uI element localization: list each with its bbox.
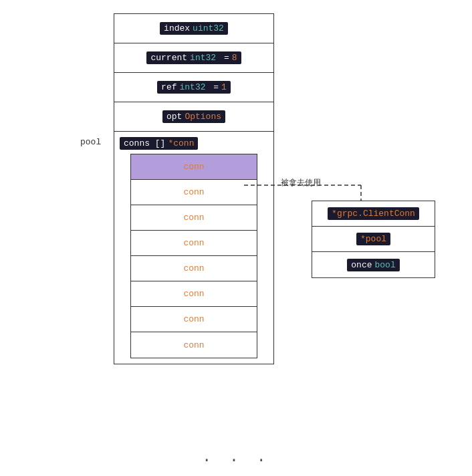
pool-ptr-name: *pool (360, 234, 386, 244)
conn-7: conn (183, 340, 204, 350)
diagram-container: pool index uint32 current int32 = 8 ref … (0, 0, 472, 476)
once-type: bool (375, 260, 396, 270)
conn-4: conn (183, 263, 204, 273)
current-val: 8 (232, 53, 237, 63)
clientconn-name: *grpc.ClientConn (332, 209, 415, 219)
conns-name: conns [] (124, 138, 165, 148)
conns-sub-box: conn conn conn conn conn conn co (130, 154, 257, 358)
conns-type: *conn (168, 138, 194, 148)
conn-2: conn (183, 213, 204, 223)
conn-struct-row-1: *pool (312, 227, 435, 252)
conn-1: conn (183, 187, 204, 197)
field-row-index: index uint32 (114, 14, 273, 43)
current-type: int32 (190, 53, 216, 63)
index-field: index uint32 (160, 22, 228, 35)
conn-struct-box: *grpc.ClientConn *pool once bool (312, 201, 435, 278)
conn-row-highlighted: conn (131, 154, 257, 180)
ref-field: ref int32 = 1 (157, 81, 231, 94)
conn-struct-row-0: *grpc.ClientConn (312, 201, 435, 227)
conn-row-4: conn (131, 256, 257, 281)
arrow-label: 被拿去使用 (281, 177, 321, 189)
opt-name: opt (166, 112, 182, 122)
conn-row-3: conn (131, 231, 257, 256)
current-name: current (150, 53, 187, 63)
conns-field-label: conns []*conn (120, 137, 198, 150)
ref-val: 1 (221, 82, 227, 92)
opt-type: Options (185, 112, 221, 122)
conn-row-7: conn (131, 332, 257, 358)
current-eq: = (219, 53, 229, 63)
once-name: once (351, 260, 372, 270)
opt-field: opt Options (162, 110, 225, 123)
conn-3: conn (183, 238, 204, 248)
conn-row-2: conn (131, 205, 257, 231)
conns-section: conns []*conn conn conn conn conn conn (114, 132, 273, 364)
index-name: index (164, 23, 190, 33)
conn-row-1: conn (131, 180, 257, 205)
field-row-opt: opt Options (114, 102, 273, 132)
conn-6: conn (183, 314, 204, 324)
conn-row-6: conn (131, 307, 257, 332)
index-type: uint32 (193, 23, 224, 33)
once-field: once bool (347, 259, 399, 271)
field-row-ref: ref int32 = 1 (114, 73, 273, 102)
current-field: current int32 = 8 (146, 51, 241, 64)
pool-box: index uint32 current int32 = 8 ref int32… (114, 13, 274, 364)
ref-eq: = (209, 82, 219, 92)
conn-0: conn (183, 162, 204, 172)
field-row-current: current int32 = 8 (114, 43, 273, 73)
conns-label-row: conns []*conn (120, 137, 268, 150)
conn-struct-row-2: once bool (312, 252, 435, 277)
ref-name: ref (161, 82, 176, 92)
pool-ptr-field: *pool (356, 233, 390, 245)
ref-type: int32 (179, 82, 205, 92)
pool-label: pool (80, 137, 101, 147)
clientconn-field: *grpc.ClientConn (328, 207, 419, 220)
conn-5: conn (183, 289, 204, 299)
conn-row-5: conn (131, 281, 257, 307)
dots: · · · (202, 451, 270, 469)
